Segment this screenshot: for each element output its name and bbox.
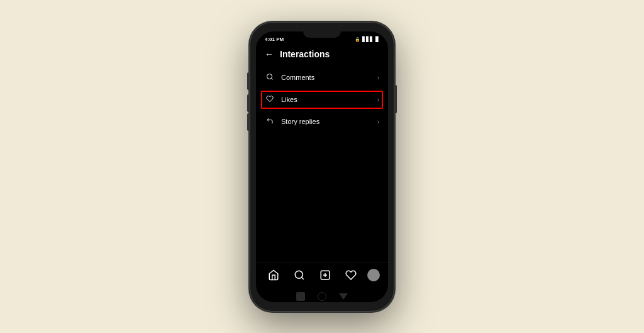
comments-label: Comments xyxy=(281,74,314,81)
reply-icon xyxy=(265,117,275,127)
svg-line-3 xyxy=(302,277,304,279)
page-header: ← Interactions xyxy=(256,45,388,64)
comments-chevron: › xyxy=(377,74,379,81)
svg-line-1 xyxy=(271,78,272,79)
menu-item-left: Story replies xyxy=(265,117,319,127)
phone-device: 4:01 PM 🔒 ▋▋▋ ▊ ← Interactions xyxy=(250,22,394,312)
menu-item-likes[interactable]: Likes › xyxy=(256,89,388,111)
battery-icon: ▊ xyxy=(375,37,379,42)
story-replies-label: Story replies xyxy=(281,118,319,125)
menu-item-story-replies[interactable]: Story replies › xyxy=(256,111,388,133)
svg-point-0 xyxy=(267,74,272,79)
search-icon xyxy=(265,73,275,82)
nav-new-post[interactable] xyxy=(316,266,335,285)
back-button[interactable]: ← xyxy=(265,49,274,59)
gesture-square xyxy=(296,292,305,301)
gesture-triangle xyxy=(339,293,348,300)
menu-item-comments[interactable]: Comments › xyxy=(256,67,388,89)
likes-chevron: › xyxy=(377,96,379,103)
likes-label: Likes xyxy=(281,96,297,103)
bottom-navigation xyxy=(256,262,388,293)
gesture-bar xyxy=(256,293,388,302)
nav-home[interactable] xyxy=(264,266,283,285)
lock-icon: 🔒 xyxy=(355,37,360,42)
nav-profile[interactable] xyxy=(367,269,380,281)
nav-search[interactable] xyxy=(290,266,309,285)
phone-screen: 4:01 PM 🔒 ▋▋▋ ▊ ← Interactions xyxy=(256,31,388,302)
interactions-menu: Comments › Likes › xyxy=(256,64,388,262)
page-title: Interactions xyxy=(280,49,330,59)
signal-icon: ▋▋▋ xyxy=(362,37,374,42)
svg-point-2 xyxy=(295,271,303,278)
menu-item-left: Comments xyxy=(265,73,314,82)
gesture-circle xyxy=(318,292,326,301)
heart-icon xyxy=(265,95,275,104)
status-icons: 🔒 ▋▋▋ ▊ xyxy=(355,37,379,42)
menu-item-left: Likes xyxy=(265,95,297,104)
status-time: 4:01 PM xyxy=(265,37,284,42)
phone-notch xyxy=(303,31,341,38)
nav-likes[interactable] xyxy=(341,266,360,285)
story-replies-chevron: › xyxy=(377,118,379,125)
